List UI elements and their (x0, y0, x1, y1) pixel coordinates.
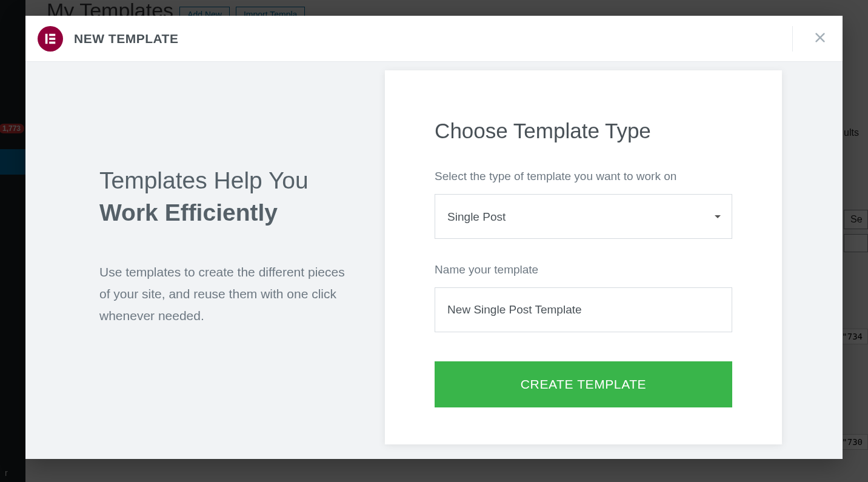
template-type-label: Select the type of template you want to … (435, 170, 732, 183)
template-type-select[interactable]: Single Post (435, 194, 732, 239)
close-icon (813, 31, 827, 47)
modal-body: Templates Help You Work Efficiently Use … (25, 62, 843, 459)
svg-rect-1 (49, 33, 55, 36)
template-type-row: Select the type of template you want to … (435, 170, 732, 239)
template-type-select-wrap: Single Post (435, 194, 732, 239)
form-card: Choose Template Type Select the type of … (385, 70, 782, 444)
svg-rect-2 (49, 38, 55, 40)
elementor-logo-icon (38, 26, 63, 52)
info-heading-line2: Work Efficiently (99, 197, 356, 229)
svg-rect-3 (49, 41, 55, 44)
modal-title: NEW TEMPLATE (74, 32, 178, 46)
template-name-label: Name your template (435, 263, 732, 276)
template-name-input[interactable] (435, 287, 732, 332)
template-name-row: Name your template (435, 263, 732, 332)
form-title: Choose Template Type (435, 119, 732, 143)
new-template-modal: NEW TEMPLATE Templates Help You Work Eff… (25, 16, 843, 459)
create-template-button[interactable]: CREATE TEMPLATE (435, 361, 732, 407)
svg-rect-0 (45, 33, 48, 44)
close-button[interactable] (792, 26, 827, 52)
modal-header: NEW TEMPLATE (25, 16, 843, 62)
info-panel: Templates Help You Work Efficiently Use … (25, 62, 385, 459)
info-heading-line1: Templates Help You (99, 167, 309, 193)
info-heading: Templates Help You Work Efficiently (99, 165, 356, 229)
info-body-text: Use templates to create the different pi… (99, 261, 356, 326)
